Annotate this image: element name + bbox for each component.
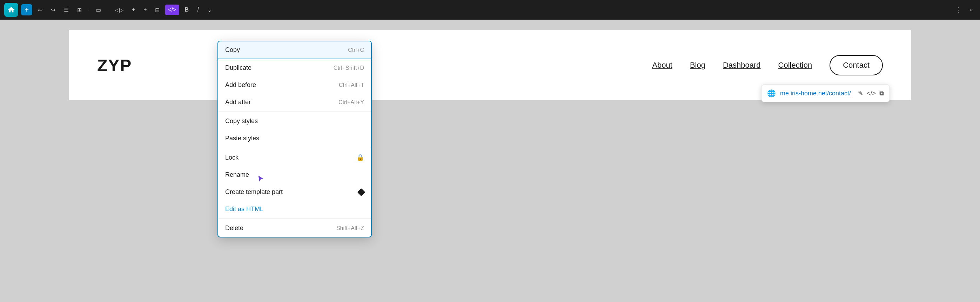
insert-after-icon: + <box>143 7 146 13</box>
insert-after-button[interactable]: + <box>141 5 150 15</box>
separator-dot2: · <box>107 7 110 13</box>
url-popup-actions: ✎ </> ⧉ <box>858 89 884 97</box>
rename-label: Rename <box>225 171 249 178</box>
redo-icon: ↪ <box>51 7 56 13</box>
align-icon: ⊟ <box>155 7 159 13</box>
home-icon <box>7 6 15 14</box>
collapse-icon: « <box>970 7 973 13</box>
list-icon: ☰ <box>64 7 69 13</box>
duplicate-label: Duplicate <box>225 64 251 72</box>
add-before-shortcut: Ctrl+Alt+T <box>339 82 364 88</box>
undo-icon: ↩ <box>38 7 43 13</box>
copy-url-icon[interactable]: ⧉ <box>879 90 884 97</box>
more-menu-button[interactable]: ⋮ <box>952 5 964 15</box>
divider-2 <box>218 148 371 148</box>
copy-shortcut: Ctrl+C <box>348 47 364 53</box>
contact-button[interactable]: Contact <box>829 55 883 75</box>
copy-label: Copy <box>225 46 240 54</box>
more-options-button[interactable]: ⌄ <box>205 5 215 16</box>
lock-label: Lock <box>225 154 239 161</box>
page-frame: ZYP About Blog Dashboard Collection Cont… <box>69 30 911 100</box>
context-menu-copy-styles[interactable]: Copy styles <box>218 113 371 130</box>
context-menu-duplicate[interactable]: Duplicate Ctrl+Shift+D <box>218 59 371 76</box>
divider-1 <box>218 111 371 112</box>
context-menu: Copy Ctrl+C Duplicate Ctrl+Shift+D Add b… <box>218 41 372 237</box>
undo-button[interactable]: ↩ <box>35 5 45 16</box>
redo-button[interactable]: ↪ <box>48 5 58 16</box>
nav-arrows-icon: ◁▷ <box>115 7 124 13</box>
copy-styles-label: Copy styles <box>225 118 258 125</box>
add-block-button[interactable]: + <box>21 4 32 16</box>
separator-dot: · <box>88 7 90 13</box>
list-view-button[interactable]: ☰ <box>61 5 72 16</box>
context-menu-create-template[interactable]: Create template part <box>218 183 371 200</box>
site-logo: ZYP <box>97 56 132 75</box>
collapse-sidebar-button[interactable]: « <box>967 5 976 14</box>
duplicate-shortcut: Ctrl+Shift+D <box>334 65 364 71</box>
layout-icon: ⊞ <box>77 7 82 13</box>
nav-link-blog[interactable]: Blog <box>690 61 705 70</box>
home-button[interactable] <box>4 3 18 17</box>
delete-shortcut: Shift+Alt+Z <box>336 225 364 232</box>
context-menu-rename[interactable]: Rename <box>218 166 371 183</box>
paste-styles-label: Paste styles <box>225 135 259 142</box>
context-menu-edit-html[interactable]: Edit as HTML <box>218 200 371 218</box>
plus-icon: + <box>25 6 29 14</box>
toolbar: + ↩ ↪ ☰ ⊞ · ▭ · ◁▷ + + ⊟ </> B I ⌄ ⋮ « <box>0 0 980 20</box>
insert-before-button[interactable]: + <box>129 5 138 15</box>
nav-link-collection[interactable]: Collection <box>778 61 812 70</box>
edit-url-icon[interactable]: ✎ <box>858 89 863 97</box>
nav-arrows-button[interactable]: ◁▷ <box>112 5 126 16</box>
block-layout-button[interactable]: ⊞ <box>74 5 84 16</box>
italic-button[interactable]: I <box>194 5 201 15</box>
dots-vertical-icon: ⋮ <box>955 6 961 13</box>
context-menu-paste-styles[interactable]: Paste styles <box>218 130 371 147</box>
code-icon: </> <box>168 7 176 13</box>
italic-icon: I <box>197 7 199 13</box>
context-menu-copy[interactable]: Copy Ctrl+C <box>218 41 371 59</box>
bold-icon: B <box>185 7 189 13</box>
edit-html-label: Edit as HTML <box>225 205 263 213</box>
context-menu-lock[interactable]: Lock 🔒 <box>218 149 371 166</box>
lock-icon: 🔒 <box>356 154 364 161</box>
insert-before-icon: + <box>132 7 135 13</box>
inline-icon: ▭ <box>96 7 101 13</box>
add-after-shortcut: Ctrl+Alt+Y <box>339 99 364 106</box>
navigation-area: About Blog Dashboard Collection Contact <box>652 55 883 75</box>
create-template-label: Create template part <box>225 188 283 196</box>
code-url-icon[interactable]: </> <box>867 90 876 97</box>
context-menu-delete[interactable]: Delete Shift+Alt+Z <box>218 219 371 237</box>
bold-button[interactable]: B <box>182 5 192 15</box>
nav-link-about[interactable]: About <box>652 61 672 70</box>
url-link[interactable]: me.iris-home.net/contact/ <box>780 90 851 97</box>
add-before-label: Add before <box>225 81 256 89</box>
align-button[interactable]: ⊟ <box>152 5 162 16</box>
chevron-down-icon: ⌄ <box>207 7 212 13</box>
context-menu-add-before[interactable]: Add before Ctrl+Alt+T <box>218 76 371 94</box>
diamond-icon <box>357 188 366 196</box>
globe-icon: 🌐 <box>767 89 776 97</box>
code-editor-button[interactable]: </> <box>165 5 179 15</box>
url-popup: 🌐 me.iris-home.net/contact/ ✎ </> ⧉ <box>761 84 890 102</box>
delete-label: Delete <box>225 224 243 232</box>
context-menu-add-after[interactable]: Add after Ctrl+Alt+Y <box>218 94 371 111</box>
inline-button[interactable]: ▭ <box>93 5 104 16</box>
add-after-label: Add after <box>225 99 251 106</box>
nav-link-dashboard[interactable]: Dashboard <box>723 61 761 70</box>
canvas-area: ZYP About Blog Dashboard Collection Cont… <box>0 20 980 302</box>
